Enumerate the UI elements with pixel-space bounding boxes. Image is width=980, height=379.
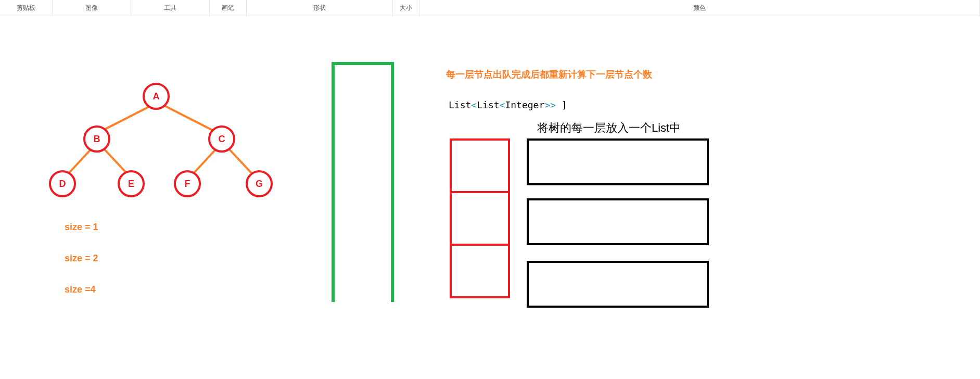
- node-b-label: B: [94, 134, 100, 145]
- inner-list-1: [527, 198, 709, 245]
- node-f-label: F: [185, 179, 190, 190]
- code-gt: >>: [544, 99, 562, 110]
- code-lt1: <: [471, 99, 477, 110]
- node-a: A: [143, 83, 170, 110]
- toolbar-size[interactable]: 大小: [393, 0, 419, 16]
- toolbar-clipboard[interactable]: 剪贴板: [0, 0, 53, 16]
- queue-box: [332, 62, 394, 302]
- inner-list-0: [527, 138, 709, 185]
- code-lt2: <: [500, 99, 505, 110]
- node-c-label: C: [219, 134, 225, 145]
- node-c: C: [208, 125, 235, 153]
- canvas[interactable]: A B C D E F G size = 1 size = 2 size =4 …: [6, 16, 818, 379]
- toolbar-color[interactable]: 颜色: [419, 0, 980, 16]
- toolbar-clipboard-label: 剪贴板: [17, 4, 35, 12]
- toolbar-size-label: 大小: [400, 4, 412, 12]
- node-f: F: [174, 170, 201, 197]
- toolbar-shape[interactable]: 形状: [247, 0, 393, 16]
- code-line: List<List<Integer>> ]: [449, 99, 567, 110]
- toolbar: 剪贴板 图像 工具 画笔 形状 大小 颜色: [0, 0, 980, 16]
- size-label-1: size = 1: [65, 222, 98, 233]
- toolbar-tool-label: 工具: [164, 4, 176, 12]
- edge-a-c: [162, 104, 216, 133]
- node-e-label: E: [128, 179, 134, 190]
- outer-list-cell-1: [450, 191, 510, 246]
- heading-orange: 每一层节点出队完成后都重新计算下一层节点个数: [446, 68, 652, 81]
- node-b: B: [83, 125, 110, 153]
- toolbar-brush[interactable]: 画笔: [210, 0, 247, 16]
- edge-a-b: [99, 104, 154, 133]
- node-g-label: G: [256, 179, 263, 190]
- size-label-2: size = 2: [65, 253, 98, 264]
- outer-list-cell-0: [450, 138, 510, 193]
- toolbar-shape-label: 形状: [313, 4, 326, 12]
- outer-list-cell-2: [450, 244, 510, 298]
- code-bracket: ]: [562, 99, 567, 110]
- node-e: E: [118, 170, 145, 197]
- toolbar-image-label: 图像: [85, 4, 98, 12]
- toolbar-image[interactable]: 图像: [53, 0, 131, 16]
- inner-list-2: [527, 261, 709, 308]
- code-integer: Integer: [505, 99, 544, 110]
- toolbar-tool[interactable]: 工具: [131, 0, 210, 16]
- toolbar-color-label: 颜色: [693, 4, 706, 12]
- code-list1: List: [449, 99, 471, 110]
- size-label-4: size =4: [65, 284, 96, 295]
- heading-black: 将树的每一层放入一个List中: [537, 120, 681, 136]
- node-a-label: A: [153, 91, 160, 102]
- node-g: G: [246, 170, 273, 197]
- node-d: D: [49, 170, 76, 197]
- node-d-label: D: [59, 179, 66, 190]
- toolbar-brush-label: 画笔: [222, 4, 234, 12]
- code-list2: List: [477, 99, 499, 110]
